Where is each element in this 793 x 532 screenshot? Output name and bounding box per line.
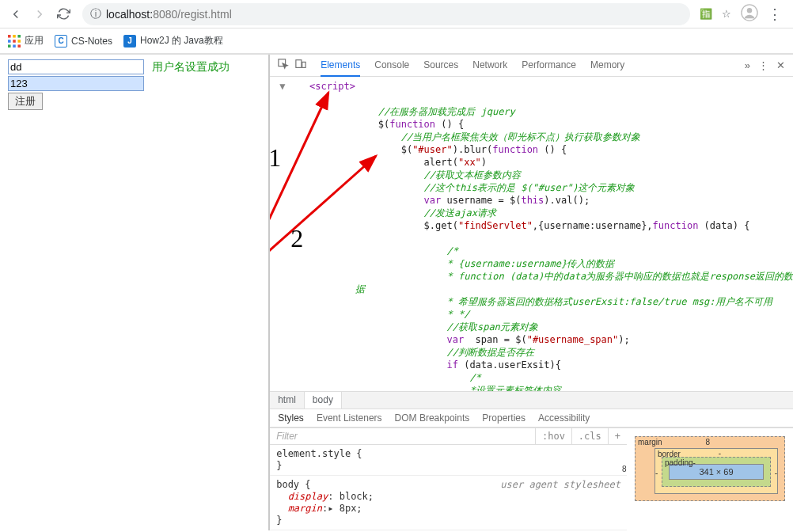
svg-rect-4 (17, 35, 21, 38)
breadcrumb-html[interactable]: html (270, 392, 305, 408)
code-line: * 希望服务器返回的数据格式userExsit:false/true msg:用… (279, 295, 793, 308)
more-tabs-icon[interactable]: » (745, 59, 750, 71)
code-line: //在服务器加载完成后 jquery (279, 105, 793, 118)
code-line: //当用户名框聚焦失效（即光标不点）执行获取参数对象 (279, 131, 793, 143)
devtools-panel: ElementsConsoleSourcesNetworkPerformance… (268, 55, 793, 530)
hov-toggle[interactable]: :hov (535, 428, 571, 444)
styles-tab-accessibility[interactable]: Accessibility (538, 412, 590, 424)
url-text: localhost:8080/regist.html (106, 8, 232, 21)
code-line: $(function () { (279, 118, 793, 131)
cls-toggle[interactable]: .cls (571, 428, 608, 444)
code-line: * */ (279, 308, 793, 321)
devtools-tabs: ElementsConsoleSourcesNetworkPerformance… (314, 55, 737, 77)
profile-icon[interactable] (741, 4, 758, 24)
styles-tab-dom-breakpoints[interactable]: DOM Breakpoints (395, 412, 470, 424)
styles-tabs: StylesEvent ListenersDOM BreakpointsProp… (270, 408, 793, 428)
page-content: 用户名设置成功 注册 (0, 55, 268, 530)
svg-rect-12 (296, 60, 302, 68)
devtools-menu-icon[interactable]: ⋮ (758, 59, 768, 71)
bookmarks-bar: 应用 CCS-Notes JHow2J 的 Java教程 (0, 28, 793, 54)
submit-button[interactable]: 注册 (8, 93, 43, 110)
add-rule-button[interactable]: + (608, 428, 627, 444)
info-icon: ⓘ (90, 7, 101, 21)
address-bar[interactable]: ⓘ localhost:8080/regist.html (82, 3, 690, 25)
code-line: //判断数据是否存在 (279, 346, 793, 359)
code-line: ▼ <script> (279, 80, 793, 93)
styles-filter-input[interactable]: Filter (270, 428, 535, 444)
svg-rect-13 (302, 62, 305, 67)
menu-icon[interactable]: ⋮ (768, 6, 782, 23)
styles-pane: Filter :hov .cls + element.style { } use… (270, 428, 627, 530)
code-line: /* (279, 371, 793, 384)
code-line: *设置元素标签体内容 (279, 384, 793, 391)
callout-1: 1 (270, 151, 281, 164)
callout-2: 2 (290, 232, 303, 245)
apps-icon (8, 35, 21, 48)
breadcrumb-bar: htmlbody (270, 391, 793, 408)
back-icon[interactable] (6, 5, 25, 24)
code-line: * {username:username}传入的数据 (279, 257, 793, 270)
svg-rect-5 (8, 40, 11, 43)
code-line: var span = $("#username_span"); (279, 333, 793, 346)
svg-rect-2 (8, 35, 11, 38)
box-model-diagram: margin 8 8 8 border - padding- - - 341 ×… (627, 428, 793, 530)
svg-rect-6 (13, 40, 16, 43)
password-input[interactable] (8, 76, 144, 91)
star-icon[interactable]: ☆ (722, 8, 731, 20)
bookmark-cs-notes[interactable]: CCS-Notes (55, 35, 112, 48)
devtools-close-icon[interactable]: ✕ (776, 59, 785, 71)
styles-tab-event-listeners[interactable]: Event Listeners (317, 412, 382, 424)
devtools-tab-network[interactable]: Network (472, 55, 507, 77)
styles-tab-properties[interactable]: Properties (482, 412, 526, 424)
translate-icon[interactable]: 🈯 (700, 8, 712, 20)
svg-rect-7 (17, 40, 21, 43)
bookmark-how2j[interactable]: JHow2J 的 Java教程 (123, 34, 223, 48)
devtools-tab-performance[interactable]: Performance (522, 55, 576, 77)
code-line: 据 (279, 283, 793, 295)
styles-tab-styles[interactable]: Styles (278, 412, 304, 424)
username-input[interactable] (8, 59, 144, 74)
svg-line-15 (270, 156, 376, 251)
apps-shortcut[interactable]: 应用 (8, 34, 44, 48)
svg-rect-3 (13, 35, 16, 38)
browser-toolbar: ⓘ localhost:8080/regist.html 🈯 ☆ ⋮ (0, 0, 793, 28)
svg-point-1 (747, 8, 752, 13)
code-line: if (data.userExsit){ (279, 359, 793, 371)
devtools-tab-console[interactable]: Console (374, 55, 409, 77)
breadcrumb-body[interactable]: body (305, 392, 342, 408)
device-toggle-icon[interactable] (295, 59, 306, 72)
body-style-block[interactable]: user agent stylesheet body { display: bl… (270, 476, 627, 530)
devtools-tab-memory[interactable]: Memory (590, 55, 624, 77)
inspect-icon[interactable] (278, 59, 289, 72)
element-style-block[interactable]: element.style { } (270, 445, 627, 476)
forward-icon[interactable] (30, 5, 49, 24)
elements-code-area[interactable]: ▼ <script> //在服务器加载完成后 jquery $(function… (270, 77, 793, 391)
devtools-toolbar: ElementsConsoleSourcesNetworkPerformance… (270, 55, 793, 77)
j-badge-icon: J (123, 35, 136, 48)
devtools-tab-sources[interactable]: Sources (423, 55, 458, 77)
svg-rect-10 (17, 44, 21, 48)
cs-badge-icon: C (55, 35, 67, 48)
svg-rect-8 (8, 44, 11, 48)
code-line: //获取span元素对象 (279, 321, 793, 333)
username-status-msg: 用户名设置成功 (147, 60, 230, 73)
red-arrow-2 (270, 152, 384, 255)
code-line (279, 93, 793, 105)
code-line: * function (data)中的data为服务器中响应的数据也就是resp… (279, 270, 793, 283)
devtools-tab-elements[interactable]: Elements (321, 55, 360, 77)
reload-icon[interactable] (54, 5, 73, 24)
svg-rect-9 (13, 44, 16, 48)
